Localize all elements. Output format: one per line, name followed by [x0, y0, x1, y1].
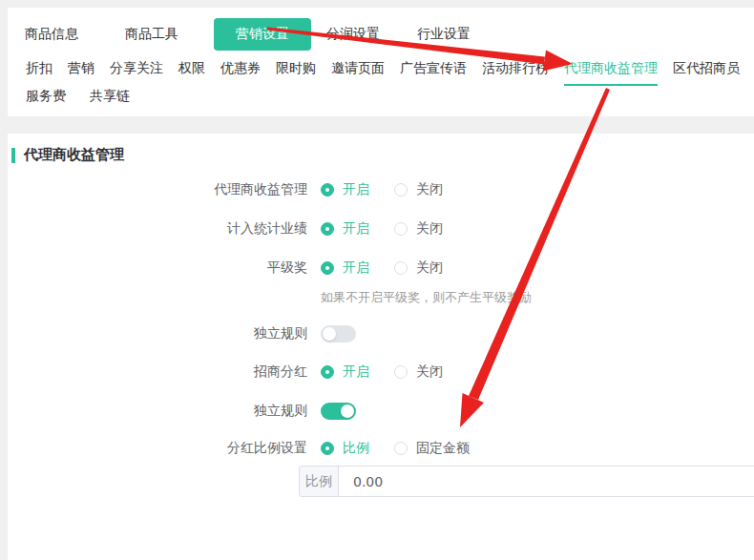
form-row: 代理商收益管理 开启 关闭 [8, 181, 754, 198]
radio-unselected-icon [394, 183, 408, 197]
peer-bonus-hint: 如果不开启平级奖，则不产生平级奖励 [321, 289, 754, 306]
radio-selected-icon [321, 442, 334, 455]
radio-option-ratio[interactable]: 比例 [321, 440, 369, 457]
subtab-discount[interactable]: 折扣 [26, 60, 52, 86]
page-title: 代理商收益管理 [24, 146, 124, 164]
independent-rule-toggle-off[interactable] [321, 325, 356, 342]
radio-option-on[interactable]: 开启 [321, 363, 369, 381]
radio-group-dividend-ratio: 比例 固定金额 [321, 440, 470, 457]
subtab-agent-revenue-management[interactable]: 代理商收益管理 [564, 60, 658, 86]
subtab-marketing[interactable]: 营销 [68, 60, 94, 86]
radio-unselected-icon [394, 365, 408, 379]
form-row: 计入统计业绩 开启 关闭 [8, 220, 754, 238]
form-row: 独立规则 [8, 325, 754, 342]
tab-marketing-settings[interactable]: 营销设置 [214, 18, 311, 51]
field-label-merchant-dividend: 招商分红 [8, 363, 307, 381]
subtab-coupon[interactable]: 优惠券 [220, 60, 261, 86]
form-row: 平级奖 开启 关闭 [8, 259, 754, 277]
field-label-agent-revenue: 代理商收益管理 [8, 181, 307, 198]
subtab-activity-rank[interactable]: 活动排行榜 [482, 60, 549, 86]
radio-group-peer-bonus: 开启 关闭 [321, 259, 443, 277]
sub-tab-bar-row2: 服务费 共享链 [8, 88, 754, 114]
radio-unselected-icon [394, 261, 408, 275]
field-label-independent-rule-2: 独立规则 [8, 403, 307, 420]
ratio-input-group: 比例 [299, 466, 754, 497]
subtab-permissions[interactable]: 权限 [178, 60, 205, 86]
radio-group-merchant-dividend: 开启 关闭 [321, 363, 443, 381]
subtab-service-fee[interactable]: 服务费 [26, 88, 66, 114]
field-label-dividend-ratio-setting: 分红比例设置 [8, 440, 307, 457]
radio-option-off[interactable]: 关闭 [394, 181, 443, 198]
radio-unselected-icon [394, 442, 408, 455]
ratio-input-prefix-label: 比例 [300, 467, 339, 496]
tab-industry-settings[interactable]: 行业设置 [417, 26, 471, 43]
field-label-independent-rule-1: 独立规则 [8, 325, 307, 342]
tab-profit-settings[interactable]: 分润设置 [326, 26, 380, 43]
field-label-peer-bonus: 平级奖 [8, 259, 307, 277]
subtab-invite-page[interactable]: 邀请页面 [331, 60, 385, 86]
radio-option-on[interactable]: 开启 [321, 181, 369, 198]
form-row: 独立规则 [8, 403, 754, 420]
sub-tab-bar-row1: 折扣 营销 分享关注 权限 优惠券 限时购 邀请页面 广告宣传语 活动排行榜 代… [8, 60, 754, 86]
radio-option-off[interactable]: 关闭 [394, 220, 443, 238]
radio-option-off[interactable]: 关闭 [394, 363, 443, 381]
subtab-shared-chain[interactable]: 共享链 [90, 88, 130, 114]
section-accent-bar [11, 148, 15, 163]
radio-unselected-icon [394, 222, 408, 236]
content-panel: 代理商收益管理 代理商收益管理 开启 关闭 计入统计业绩 开启 关闭 [8, 134, 754, 560]
independent-rule-toggle-on[interactable] [321, 403, 356, 420]
form-row: 招商分红 开启 关闭 [8, 363, 754, 381]
radio-selected-icon [321, 261, 334, 275]
radio-selected-icon [321, 365, 334, 379]
field-label-count-performance: 计入统计业绩 [8, 220, 307, 238]
section-header: 代理商收益管理 [11, 146, 754, 164]
radio-group-count-performance: 开启 关闭 [321, 220, 443, 238]
ratio-input[interactable] [339, 467, 754, 496]
radio-selected-icon [321, 222, 334, 236]
subtab-share-follow[interactable]: 分享关注 [110, 60, 163, 86]
radio-selected-icon [321, 183, 334, 197]
radio-option-off[interactable]: 关闭 [394, 259, 443, 277]
form-row: 分红比例设置 比例 固定金额 [8, 440, 754, 457]
subtab-district-agent-recruiter[interactable]: 区代招商员 [673, 60, 740, 86]
tab-product-tools[interactable]: 商品工具 [125, 26, 178, 43]
radio-option-on[interactable]: 开启 [321, 259, 369, 277]
radio-option-on[interactable]: 开启 [321, 220, 369, 238]
radio-group-agent-revenue: 开启 关闭 [321, 181, 443, 198]
subtab-ad-slogan[interactable]: 广告宣传语 [400, 60, 467, 86]
tabs-panel: 商品信息 商品工具 营销设置 分润设置 行业设置 折扣 营销 分享关注 权限 优… [8, 8, 754, 116]
ratio-input-row: 比例 [299, 466, 754, 497]
subtab-flash-sale[interactable]: 限时购 [276, 60, 316, 86]
radio-option-fixed-amount[interactable]: 固定金额 [394, 440, 470, 457]
main-tab-bar: 商品信息 商品工具 营销设置 分润设置 行业设置 [8, 8, 754, 52]
tab-product-info[interactable]: 商品信息 [25, 26, 78, 43]
